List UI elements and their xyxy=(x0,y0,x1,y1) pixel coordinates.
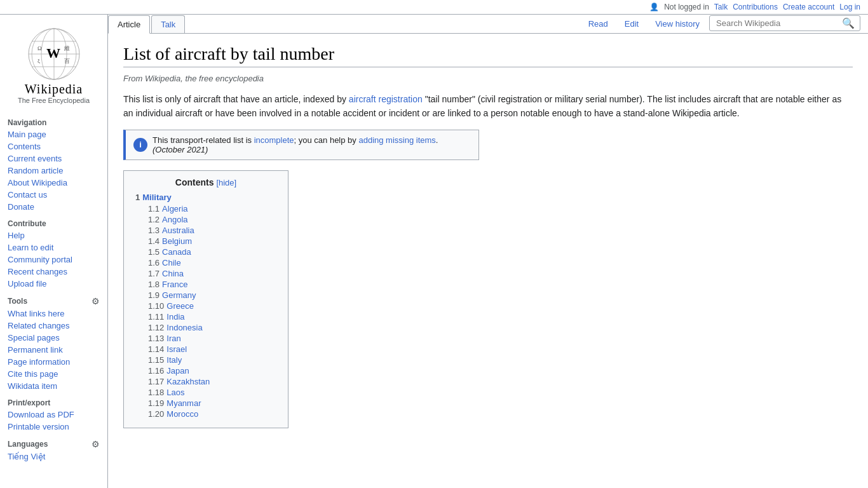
tabs-bar: Article Talk Read Edit View history 🔍 xyxy=(108,15,868,34)
sidebar-item-community-portal[interactable]: Community portal xyxy=(0,254,107,266)
toc-main-item-1: 1Military xyxy=(135,193,276,202)
toc-link[interactable]: Kazakhstan xyxy=(166,377,210,386)
incomplete-link[interactable]: incomplete xyxy=(254,135,294,145)
toc-hide-link[interactable]: [hide] xyxy=(216,178,236,187)
toc-link[interactable]: Japan xyxy=(166,366,189,376)
toc-link[interactable]: Iran xyxy=(166,334,180,343)
tab-talk[interactable]: Talk xyxy=(151,15,185,33)
sidebar-item-cite-this-page[interactable]: Cite this page xyxy=(0,368,107,380)
contribute-section: Contribute Help Learn to edit Community … xyxy=(0,215,107,290)
toc-sub-item: 1.2Angola xyxy=(135,215,276,224)
adding-missing-link[interactable]: adding missing items xyxy=(358,135,435,145)
toc-link[interactable]: Germany xyxy=(162,290,196,300)
toc-sub-item: 1.12Indonesia xyxy=(135,323,276,332)
svg-text:百: 百 xyxy=(64,58,70,64)
sidebar-item-contents[interactable]: Contents xyxy=(0,140,107,152)
content-area: Article Talk Read Edit View history 🔍 Li… xyxy=(108,15,868,488)
wikipedia-logo[interactable]: W Ω 維 ξ 百 xyxy=(26,26,82,82)
sidebar-item-tieng-viet[interactable]: Tiếng Việt xyxy=(0,451,107,463)
navigation-header: Navigation xyxy=(0,114,107,128)
from-wikipedia: From Wikipedia, the free encyclopedia xyxy=(123,74,853,83)
toc-link[interactable]: Chile xyxy=(162,258,181,268)
toc-sub-item: 1.17Kazakhstan xyxy=(135,377,276,386)
toc-sub-item: 1.16Japan xyxy=(135,366,276,376)
sidebar-item-donate[interactable]: Donate xyxy=(0,201,107,213)
tab-edit[interactable]: Edit xyxy=(618,15,646,33)
sidebar-item-special-pages[interactable]: Special pages xyxy=(0,332,107,344)
search-input[interactable] xyxy=(712,16,839,30)
toc-sub-item: 1.7China xyxy=(135,269,276,278)
toc-sub-item: 1.9Germany xyxy=(135,290,276,300)
contributions-link[interactable]: Contributions xyxy=(733,3,778,11)
sidebar-item-learn-to-edit[interactable]: Learn to edit xyxy=(0,241,107,254)
toc-link[interactable]: Belgium xyxy=(162,236,192,246)
article-title: List of aircraft by tail number xyxy=(123,44,853,67)
sidebar-item-related-changes[interactable]: Related changes xyxy=(0,320,107,332)
aircraft-registration-link[interactable]: aircraft registration xyxy=(349,94,423,104)
sidebar-item-upload-file[interactable]: Upload file xyxy=(0,278,107,290)
tools-section: Tools ⚙ What links here Related changes … xyxy=(0,292,107,392)
toc-link[interactable]: Angola xyxy=(162,215,187,224)
toc-link[interactable]: Myanmar xyxy=(166,398,201,408)
contribute-header: Contribute xyxy=(0,215,107,229)
toc-link[interactable]: Israel xyxy=(166,344,187,354)
log-in-link[interactable]: Log in xyxy=(839,3,860,11)
toc-box: Contents [hide] 1Military 1.1Algeria1.2A… xyxy=(123,170,288,428)
toc-link[interactable]: Canada xyxy=(162,247,191,257)
toc-link[interactable]: China xyxy=(162,269,184,278)
toc-sub-item: 1.18Laos xyxy=(135,388,276,397)
tab-article[interactable]: Article xyxy=(108,15,150,34)
sidebar-item-what-links-here[interactable]: What links here xyxy=(0,308,107,320)
article-intro: This list is only of aircraft that have … xyxy=(123,92,853,121)
article: List of aircraft by tail number From Wik… xyxy=(108,34,868,444)
sidebar-item-main-page[interactable]: Main page xyxy=(0,128,107,140)
top-bar: 👤 Not logged in Talk Contributions Creat… xyxy=(0,0,868,15)
toc-sub-item: 1.4Belgium xyxy=(135,236,276,246)
toc-sub-item: 1.20Morocco xyxy=(135,409,276,419)
toc-link[interactable]: Algeria xyxy=(162,204,187,214)
languages-header: Languages xyxy=(8,440,48,449)
sidebar-item-about-wikipedia[interactable]: About Wikipedia xyxy=(0,177,107,189)
sidebar-item-wikidata-item[interactable]: Wikidata item xyxy=(0,380,107,392)
sidebar-item-download-pdf[interactable]: Download as PDF xyxy=(0,409,107,421)
toc-sub-item: 1.10Greece xyxy=(135,301,276,311)
svg-text:Ω: Ω xyxy=(37,45,42,51)
sidebar-item-printable-version[interactable]: Printable version xyxy=(0,421,107,433)
sidebar-item-permanent-link[interactable]: Permanent link xyxy=(0,344,107,356)
search-box: 🔍 xyxy=(709,15,860,31)
sidebar-item-page-information[interactable]: Page information xyxy=(0,356,107,368)
toc-link[interactable]: India xyxy=(166,312,184,322)
sidebar-item-random-article[interactable]: Random article xyxy=(0,165,107,177)
toc-link[interactable]: Morocco xyxy=(166,409,198,419)
toc-link[interactable]: France xyxy=(162,280,187,289)
toc-link[interactable]: Australia xyxy=(162,226,194,235)
languages-section: Languages ⚙ Tiếng Việt xyxy=(0,435,107,463)
talk-link[interactable]: Talk xyxy=(714,3,728,11)
toc-title: Contents [hide] xyxy=(135,177,276,187)
toc-sub-item: 1.19Myanmar xyxy=(135,398,276,408)
svg-text:W: W xyxy=(46,45,60,61)
toc-link[interactable]: Indonesia xyxy=(166,323,202,332)
toc-link[interactable]: Italy xyxy=(166,355,182,365)
languages-gear-icon[interactable]: ⚙ xyxy=(92,439,100,449)
toc-sub-item: 1.6Chile xyxy=(135,258,276,268)
sidebar-item-recent-changes[interactable]: Recent changes xyxy=(0,266,107,278)
logo-area: W Ω 維 ξ 百 Wikipedia The Free Encyclopedi… xyxy=(0,20,107,114)
notice-box: i This transport-related list is incompl… xyxy=(123,130,479,160)
tab-view-history[interactable]: View history xyxy=(648,15,707,33)
toc-link-military[interactable]: Military xyxy=(142,193,172,202)
notice-date: (October 2021) xyxy=(153,145,208,154)
toc-sub-item: 1.14Israel xyxy=(135,344,276,354)
search-button[interactable]: 🔍 xyxy=(839,16,857,30)
toc-link[interactable]: Greece xyxy=(166,301,194,311)
gear-icon[interactable]: ⚙ xyxy=(92,296,100,306)
sidebar-item-contact-us[interactable]: Contact us xyxy=(0,189,107,201)
create-account-link[interactable]: Create account xyxy=(783,3,834,11)
wiki-subtitle-text: The Free Encyclopedia xyxy=(0,97,107,104)
sidebar-item-current-events[interactable]: Current events xyxy=(0,152,107,165)
sidebar-item-help[interactable]: Help xyxy=(0,229,107,241)
toc-sub-item: 1.15Italy xyxy=(135,355,276,365)
toc-link[interactable]: Laos xyxy=(166,388,184,397)
tools-header: Tools xyxy=(8,297,27,306)
tab-read[interactable]: Read xyxy=(581,15,615,33)
